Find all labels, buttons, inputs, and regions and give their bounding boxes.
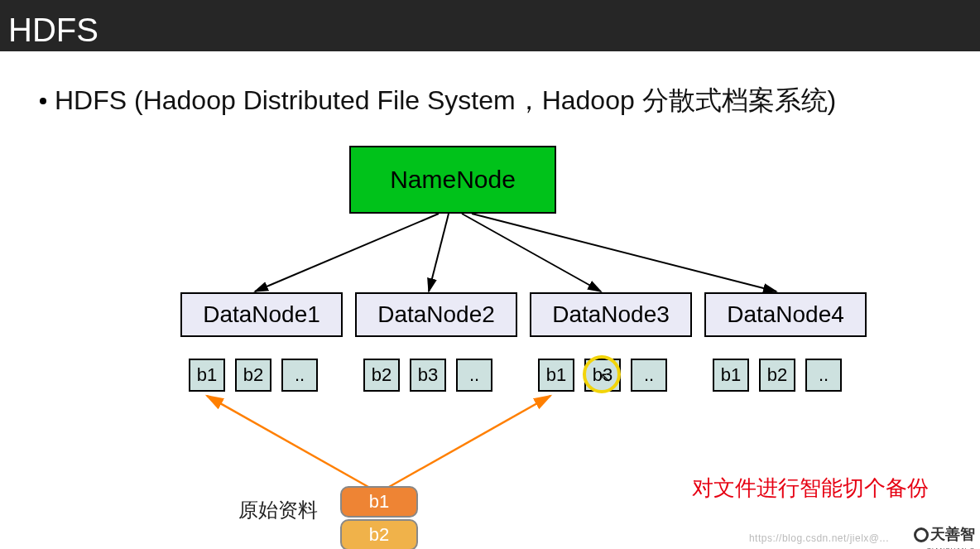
arrow-origin-b1-right (389, 396, 550, 487)
arrows-layer (0, 0, 980, 549)
dn1-block-b2: b2 (235, 359, 271, 392)
dn1-block-b1: b1 (189, 359, 225, 392)
dn1-block-more: .. (281, 359, 318, 392)
dn2-block-b3: b3 (410, 359, 446, 392)
hdfs-diagram: NameNode DataNode1 b1 b2 .. DataNode2 b2… (0, 0, 980, 549)
dn2-block-b3-label: b3 (418, 364, 438, 386)
origin-block-b1-label: b1 (369, 491, 389, 513)
datanode2-label: DataNode2 (377, 301, 495, 328)
dn1-block-b2-label: b2 (243, 364, 263, 386)
dn3-block-b1: b1 (538, 359, 574, 392)
origin-block-b1: b1 (340, 486, 418, 518)
datanode3-label: DataNode3 (552, 301, 670, 328)
origin-block-b2: b2 (340, 519, 418, 549)
datanode1-box: DataNode1 (180, 292, 343, 337)
dn3-block-more: .. (631, 359, 667, 392)
origin-label: 原始资料 (238, 497, 318, 523)
dn2-block-more-label: .. (469, 364, 479, 386)
datanode3-box: DataNode3 (530, 292, 692, 337)
logo-icon (914, 527, 929, 542)
namenode-label: NameNode (390, 166, 516, 194)
dn3-block-more-label: .. (644, 364, 654, 386)
datanode1-label: DataNode1 (203, 301, 320, 328)
dn1-block-b1-label: b1 (197, 364, 217, 386)
arrow-nn-dn2 (429, 214, 449, 291)
dn4-block-more: .. (805, 359, 842, 392)
arrow-nn-dn4 (472, 214, 776, 291)
dn4-block-b2: b2 (759, 359, 795, 392)
datanode2-box: DataNode2 (355, 292, 517, 337)
dn2-block-b2: b2 (363, 359, 400, 392)
logo-text: 天善智 (914, 524, 975, 544)
logo-label: 天善智 (930, 526, 975, 542)
datanode4-label: DataNode4 (727, 301, 844, 328)
highlight-circle-icon (583, 355, 621, 393)
dn4-block-b1: b1 (713, 359, 749, 392)
datanode4-box: DataNode4 (704, 292, 867, 337)
dn3-block-b1-label: b1 (546, 364, 566, 386)
dn4-block-b1-label: b1 (721, 364, 741, 386)
dn1-block-more-label: .. (295, 364, 305, 386)
dn2-block-b2-label: b2 (372, 364, 392, 386)
origin-block-b2-label: b2 (369, 524, 389, 546)
arrow-origin-b1-left (207, 396, 368, 487)
namenode-box: NameNode (349, 146, 556, 214)
arrow-nn-dn3 (462, 214, 601, 291)
arrow-nn-dn1 (255, 214, 439, 291)
watermark-text: https://blog.csdn.net/jielx@... (749, 532, 889, 544)
dn4-block-more-label: .. (819, 364, 829, 386)
dn4-block-b2-label: b2 (767, 364, 787, 386)
dn2-block-more: .. (456, 359, 492, 392)
red-annotation: 对文件进行智能切个备份 (692, 474, 929, 503)
